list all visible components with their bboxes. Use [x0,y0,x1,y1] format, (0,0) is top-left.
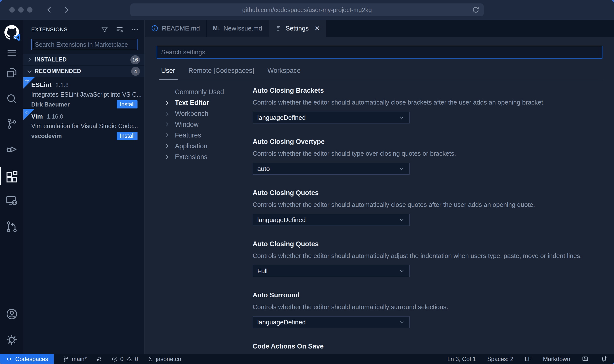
cursor-position[interactable]: Ln 3, Col 1 [447,356,476,363]
url-text: github.com/codespaces/user-my-project-mg… [242,6,372,14]
reload-icon[interactable] [472,6,480,14]
remote-explorer-icon[interactable] [5,194,19,208]
window-maximize-button[interactable] [27,7,32,13]
problems-status[interactable]: 0 0 [111,356,138,363]
branch-status[interactable]: main* [63,356,87,363]
person-icon [147,356,154,362]
tab-readme[interactable]: README.md [145,20,207,37]
toc-window[interactable]: Window [164,119,253,130]
setting-code-actions-on-save: Code Actions On Save [253,342,602,350]
setting-auto-closing-brackets: Auto Closing Brackets Controls whether t… [253,87,602,123]
address-bar[interactable]: github.com/codespaces/user-my-project-mg… [130,3,484,16]
setting-dropdown[interactable]: auto [253,163,410,175]
settings-search-input[interactable]: Search settings [157,46,602,59]
filter-icon[interactable] [101,26,108,33]
chevron-right-icon [164,132,175,138]
search-icon[interactable] [5,92,19,106]
recommended-count-badge: 4 [131,67,140,76]
browser-forward-button[interactable] [62,6,70,14]
feedback-icon[interactable] [582,355,589,363]
scope-tab-workspace[interactable]: Workspace [267,67,301,75]
chevron-down-icon [399,217,405,223]
setting-dropdown[interactable]: languageDefined [253,316,410,328]
toc-label: Features [175,132,201,139]
github-codespaces-logo-icon [4,25,20,40]
tab-settings[interactable]: Settings ✕ [269,20,327,37]
toc-extensions[interactable]: Extensions [164,152,253,162]
branch-name: main* [72,356,87,363]
section-label: INSTALLED [35,56,67,63]
sync-icon [96,356,103,363]
account-icon[interactable] [5,307,19,321]
more-actions-icon[interactable] [131,25,139,34]
manage-settings-gear-icon[interactable] [5,333,19,347]
chevron-down-icon [399,114,405,121]
browser-back-button[interactable] [45,6,54,14]
window-close-button[interactable] [9,7,15,13]
install-button[interactable]: Install [117,132,138,140]
toc-label: Extensions [175,153,207,161]
setting-dropdown[interactable]: languageDefined [253,112,410,123]
indentation-status[interactable]: Spaces: 2 [487,356,514,363]
source-control-icon[interactable] [5,117,19,131]
eol-status[interactable]: LF [525,356,532,363]
browser-chrome: github.com/codespaces/user-my-project-mg… [0,0,614,20]
window-controls [9,7,32,13]
scope-tab-user[interactable]: User [161,67,175,75]
scope-tab-remote[interactable]: Remote [Codespaces] [188,67,254,75]
toc-features[interactable]: Features [164,130,253,141]
section-installed[interactable]: INSTALLED 16 [23,54,144,65]
menu-icon[interactable] [5,46,19,60]
notifications-bell-icon[interactable] [600,355,608,363]
close-icon[interactable]: ✕ [315,25,320,32]
installed-count-badge: 16 [130,55,140,64]
extensions-icon[interactable] [5,170,19,183]
chevron-right-icon [164,154,175,160]
extensions-search-input[interactable]: Search Extensions in Marketplace [31,39,138,50]
settings-toc: Commonly Used Text Editor Workbench [157,87,253,354]
extension-publisher: Dirk Baeumer [31,101,70,108]
codespaces-remote-button[interactable]: Codespaces [0,354,54,364]
setting-title: Auto Closing Brackets [253,87,602,94]
toc-application[interactable]: Application [164,141,253,152]
language-mode[interactable]: Markdown [543,356,570,363]
toc-text-editor[interactable]: Text Editor [164,97,253,108]
install-button[interactable]: Install [117,100,138,108]
toc-workbench[interactable]: Workbench [164,108,253,119]
section-recommended[interactable]: RECOMMENDED 4 [23,66,144,77]
codespaces-label: Codespaces [15,356,48,363]
explorer-icon[interactable] [5,66,19,80]
sync-button[interactable] [96,356,103,363]
sidebar-title: EXTENSIONS [31,26,68,33]
dropdown-value: Full [257,267,268,275]
user-status[interactable]: jasonetco [147,356,181,363]
setting-title: Auto Closing Quotes [253,189,602,197]
dropdown-value: languageDefined [257,216,306,224]
tab-newissue[interactable]: M↓ NewIssue.md [207,20,269,37]
error-icon [111,356,118,362]
window-minimize-button[interactable] [18,7,24,13]
setting-dropdown[interactable]: Full [253,265,410,277]
github-pull-requests-icon[interactable] [5,220,19,234]
setting-title: Auto Closing Quotes [253,240,602,248]
setting-auto-surround: Auto Surround Controls whether the edito… [253,291,602,328]
setting-description: Controls whether the editor should autom… [253,252,602,260]
setting-description: Controls whether the editor should autom… [253,201,602,209]
star-icon: ☆ [24,78,30,84]
setting-auto-closing-quotes-2: Auto Closing Quotes Controls whether the… [253,240,602,277]
error-count: 0 [120,356,123,363]
setting-title: Auto Surround [253,291,602,299]
run-and-debug-icon[interactable] [5,142,19,156]
status-bar: Codespaces main* 0 0 jasonetco Ln 3, Col… [0,354,614,364]
extension-item-eslint[interactable]: ☆ ESLint 2.1.8 Integrates ESLint JavaScr… [23,77,144,109]
activity-bar [0,20,23,354]
setting-dropdown[interactable]: languageDefined [253,214,410,226]
extension-item-vim[interactable]: ☆ Vim 1.16.0 Vim emulation for Visual St… [23,109,144,140]
toc-commonly-used[interactable]: Commonly Used [164,87,253,97]
extensions-search-placeholder: Search Extensions in Marketplace [35,41,128,48]
clear-filter-icon[interactable] [115,25,124,34]
settings-list-icon [275,25,282,32]
extension-version: 1.16.0 [47,113,63,120]
setting-auto-closing-overtype: Auto Closing Overtype Controls whether t… [253,138,602,175]
chevron-left-icon [46,6,53,14]
